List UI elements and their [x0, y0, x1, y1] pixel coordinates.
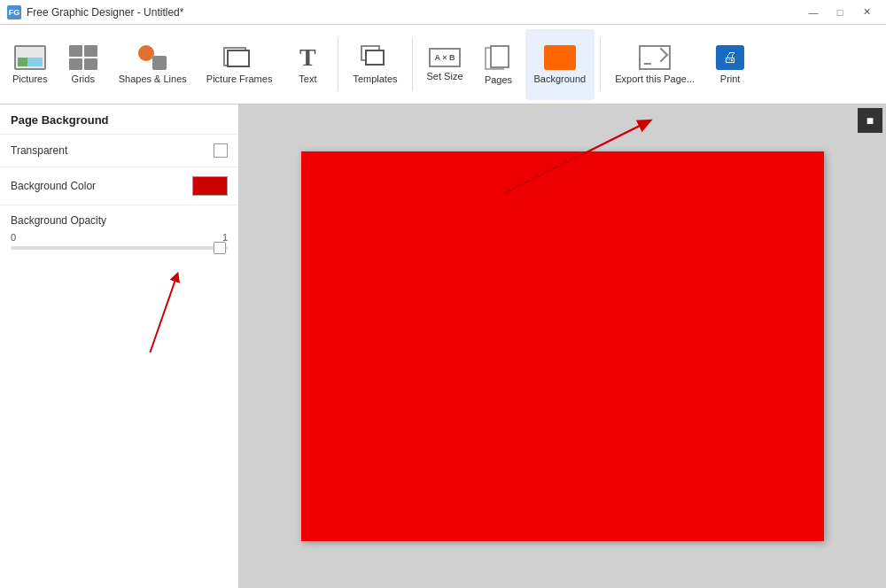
- grids-icon: [69, 45, 97, 70]
- toolbar-background[interactable]: Background: [525, 29, 595, 100]
- titlebar-left: FG Free Graphic Designer - Untitled*: [7, 5, 183, 19]
- pictures-label: Pictures: [12, 74, 48, 84]
- app-title: Free Graphic Designer - Untitled*: [27, 6, 183, 19]
- background-color-label: Background Color: [11, 180, 96, 192]
- templates-label: Templates: [353, 74, 397, 84]
- app-icon: FG: [7, 5, 21, 19]
- toolbar-templates[interactable]: Templates: [344, 29, 406, 100]
- export-icon: [639, 45, 671, 70]
- shapes-label: Shapes & Lines: [119, 74, 187, 84]
- toolbar-text[interactable]: T Text: [283, 29, 332, 100]
- toolbar-frames[interactable]: Picture Frames: [198, 29, 282, 100]
- export-label: Export this Page...: [615, 74, 695, 84]
- opacity-label: Background Opacity: [11, 214, 228, 227]
- opacity-slider-track: [11, 246, 228, 250]
- close-button[interactable]: ✕: [854, 3, 879, 22]
- toolbar-print[interactable]: 🖨 Print: [705, 29, 755, 100]
- titlebar: FG Free Graphic Designer - Untitled* — □…: [0, 0, 886, 25]
- frames-label: Picture Frames: [206, 74, 273, 84]
- setsize-icon: A × B: [429, 48, 461, 67]
- transparent-checkbox[interactable]: [214, 143, 228, 158]
- toolbar: Pictures Grids Shapes & Lines Picture Fr…: [0, 25, 886, 104]
- toolbar-pages[interactable]: Pages: [474, 29, 524, 100]
- opacity-section: Background Opacity 0 1: [0, 205, 238, 266]
- color-panel-toggle[interactable]: ■: [858, 108, 882, 133]
- toolbar-sep2: [412, 38, 413, 91]
- print-label: Print: [720, 74, 741, 84]
- page-canvas: [301, 151, 824, 541]
- pages-icon: [483, 44, 515, 71]
- toolbar-shapes[interactable]: Shapes & Lines: [110, 29, 196, 100]
- templates-icon: [361, 45, 389, 70]
- sidebar-title: Page Background: [0, 104, 238, 135]
- transparent-row: Transparent: [0, 135, 238, 167]
- toolbar-pictures[interactable]: Pictures: [4, 29, 57, 100]
- shapes-icon: [138, 45, 167, 70]
- toolbar-grids[interactable]: Grids: [58, 29, 108, 100]
- text-icon: T: [299, 45, 316, 70]
- toolbar-export[interactable]: Export this Page...: [606, 29, 703, 100]
- svg-line-0: [150, 276, 176, 352]
- toolbar-setsize[interactable]: A × B Set Size: [418, 29, 472, 100]
- maximize-button[interactable]: □: [828, 3, 852, 22]
- frames-icon: [223, 45, 255, 70]
- print-icon: 🖨: [716, 45, 744, 70]
- toolbar-sep3: [600, 38, 601, 91]
- minimize-button[interactable]: —: [801, 3, 826, 22]
- pages-label: Pages: [485, 74, 512, 85]
- transparent-label: Transparent: [11, 144, 67, 157]
- opacity-slider-thumb[interactable]: [214, 242, 226, 254]
- background-color-swatch[interactable]: [192, 176, 228, 196]
- opacity-min: 0: [11, 232, 16, 243]
- window-controls[interactable]: — □ ✕: [801, 3, 879, 22]
- canvas-area: ■: [239, 104, 886, 588]
- setsize-label: Set Size: [427, 71, 463, 81]
- sidebar: Page Background Transparent Background C…: [0, 104, 239, 588]
- pictures-icon: [14, 45, 46, 70]
- background-color-row: Background Color: [0, 167, 238, 205]
- text-label: Text: [299, 74, 316, 84]
- background-label: Background: [534, 74, 587, 84]
- background-icon: [544, 45, 576, 70]
- opacity-range-labels: 0 1: [11, 232, 228, 243]
- opacity-slider-container[interactable]: [11, 246, 228, 250]
- grids-label: Grids: [72, 74, 95, 84]
- main-area: Page Background Transparent Background C…: [0, 104, 886, 588]
- toolbar-sep1: [338, 38, 338, 91]
